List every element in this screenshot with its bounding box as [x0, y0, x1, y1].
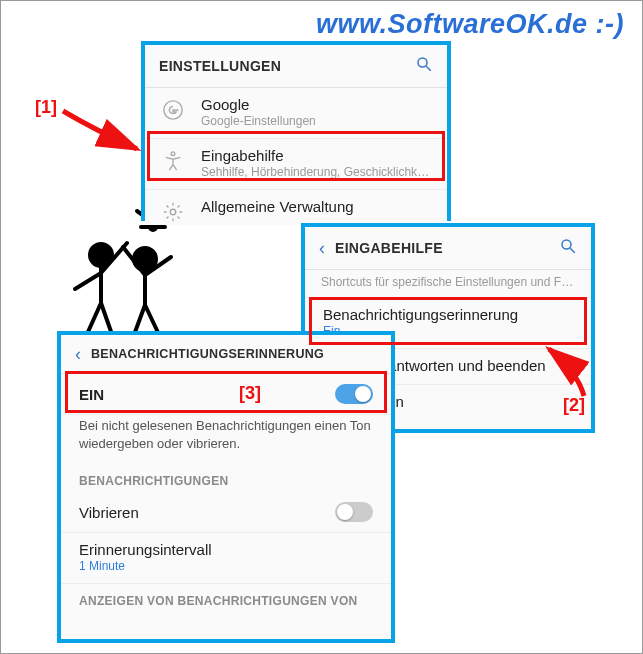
interval-row[interactable]: Erinnerungsintervall 1 Minute	[61, 533, 391, 584]
arrow-1	[57, 101, 147, 161]
settings-row-accessibility[interactable]: Eingabehilfe Sehhilfe, Hörbehinderung, G…	[145, 139, 447, 190]
row-title: Benachrichtigungserinnerung	[323, 306, 575, 323]
search-icon[interactable]	[559, 237, 577, 259]
watermark-side: www.SoftwareOK.de :-)	[638, 341, 643, 649]
google-icon	[161, 98, 185, 122]
vibrate-toggle[interactable]	[335, 502, 373, 522]
watermark-top: www.SoftwareOK.de :-)	[316, 9, 624, 40]
svg-point-11	[170, 209, 176, 215]
search-icon[interactable]	[415, 55, 433, 77]
svg-line-13	[570, 248, 575, 253]
accessibility-icon	[161, 149, 185, 173]
svg-point-7	[418, 58, 427, 67]
row-title: Google	[201, 96, 431, 113]
panel3-title: BENACHRICHTIGUNGSERINNERUNG	[91, 347, 377, 361]
settings-panel: EINSTELLUNGEN Google Google-Einstellunge…	[141, 41, 451, 221]
section-notifications: BENACHRICHTIGUNGEN	[61, 464, 391, 492]
back-icon[interactable]: ‹	[75, 345, 81, 363]
interval-label: Erinnerungsintervall	[79, 541, 375, 558]
panel2-header: ‹ EINGABEHILFE	[305, 227, 591, 270]
row-sub: Google-Einstellungen	[201, 114, 431, 128]
master-switch-row[interactable]: EIN	[61, 374, 391, 415]
vibrate-row[interactable]: Vibrieren	[61, 492, 391, 533]
panel1-title: EINSTELLUNGEN	[159, 58, 405, 74]
section-show-from: ANZEIGEN VON BENACHRICHTIGUNGEN VON	[61, 584, 391, 618]
arrow-2	[529, 341, 599, 401]
master-toggle[interactable]	[335, 384, 373, 404]
panel1-header: EINSTELLUNGEN	[145, 45, 447, 88]
step-label-1: [1]	[35, 97, 57, 118]
svg-point-12	[562, 240, 571, 249]
settings-row-google[interactable]: Google Google-Einstellungen	[145, 88, 447, 139]
step-label-3: [3]	[239, 383, 261, 404]
reminder-panel: ‹ BENACHRICHTIGUNGSERINNERUNG EIN Bei ni…	[57, 331, 395, 643]
panel2-title: EINGABEHILFE	[335, 240, 549, 256]
reminder-description: Bei nicht gelesenen Benachrichtigungen e…	[61, 415, 391, 464]
vibrate-label: Vibrieren	[79, 504, 139, 521]
gear-icon	[161, 200, 185, 224]
switch-label: EIN	[79, 386, 104, 403]
panel3-header: ‹ BENACHRICHTIGUNGSERINNERUNG	[61, 335, 391, 374]
row-title: Allgemeine Verwaltung	[201, 198, 431, 215]
svg-line-8	[426, 66, 431, 71]
row-sub: Sehhilfe, Hörbehinderung, Geschicklichke…	[201, 165, 431, 179]
svg-point-10	[171, 152, 175, 156]
panel2-hint: Shortcuts für spezifische Einstellungen …	[305, 271, 591, 298]
row-title: Eingabehilfe	[201, 147, 431, 164]
interval-value: 1 Minute	[79, 559, 375, 573]
settings-row-general[interactable]: Allgemeine Verwaltung	[145, 190, 447, 225]
back-icon[interactable]: ‹	[319, 239, 325, 257]
